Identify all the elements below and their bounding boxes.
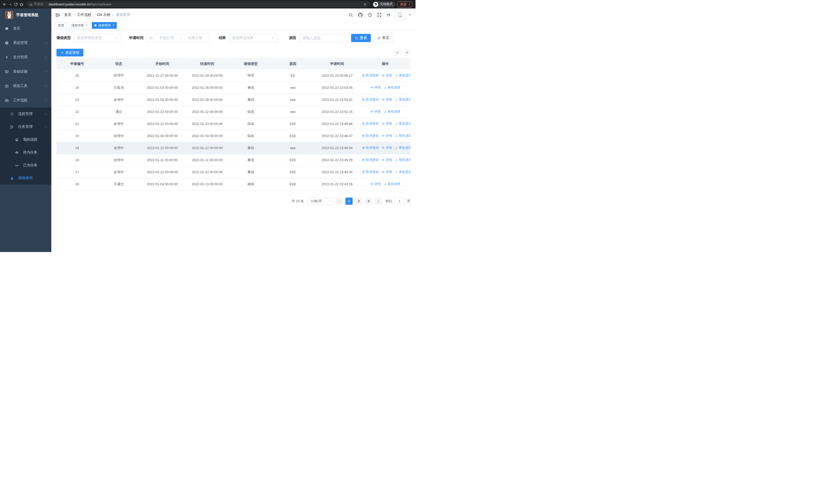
cell-id: 23 <box>56 94 98 106</box>
fullscreen-icon[interactable] <box>377 12 382 17</box>
table-row: 17处理中2022-01-22 00:00:002022-01-22 00:00… <box>56 166 410 178</box>
progress-link[interactable]: 审批进度 <box>384 182 400 186</box>
chevron-down-icon <box>271 36 275 40</box>
help-icon[interactable] <box>368 12 372 17</box>
page-button-2[interactable]: 2 <box>355 198 362 205</box>
sidebar-item-process-mgmt[interactable]: 流程管理 <box>0 108 51 120</box>
sidebar-item-workflow[interactable]: 工作流程 <box>0 93 51 108</box>
detail-link[interactable]: 详情 <box>370 85 381 90</box>
search-button[interactable]: 搜索 <box>351 34 371 42</box>
cell-status: 处理中 <box>98 142 140 154</box>
progress-link[interactable]: 审批进度 <box>395 97 410 102</box>
cell-reason: EEE <box>272 130 314 142</box>
next-page-button[interactable] <box>375 198 382 205</box>
home-icon[interactable] <box>20 2 24 6</box>
security-chip[interactable]: 不安全 <box>29 2 46 6</box>
forward-icon[interactable] <box>8 2 12 6</box>
close-icon[interactable]: × <box>85 24 87 27</box>
refresh-table-button[interactable] <box>404 49 410 56</box>
detail-link[interactable]: 详情 <box>382 158 392 162</box>
cell-actions: 取消请假详情审批进度 <box>360 142 410 154</box>
collapse-sidebar-icon[interactable] <box>55 12 60 18</box>
sidebar-item-leave-query[interactable]: 请假查询 <box>0 172 51 184</box>
tag-home[interactable]: 首页 <box>55 22 67 29</box>
close-icon[interactable]: × <box>112 24 114 27</box>
update-button[interactable]: 更新 <box>397 1 413 7</box>
cancel-link[interactable]: 取消请假 <box>362 122 378 126</box>
search-icon[interactable] <box>348 12 353 17</box>
cell-start: 2022-01-04 00:00:00 <box>140 178 185 190</box>
cancel-link[interactable]: 取消请假 <box>362 170 378 174</box>
tag-process-detail[interactable]: 流程详情 × <box>69 22 90 29</box>
reset-button[interactable]: 重置 <box>373 34 393 42</box>
svg-text:¥: ¥ <box>6 56 8 59</box>
page-size-select[interactable]: 10条/页 <box>308 198 333 205</box>
progress-link[interactable]: 审批进度 <box>395 73 410 78</box>
apply-time-range-picker[interactable]: 开始日期 - 结束日期 <box>147 34 209 42</box>
progress-link[interactable]: 审批进度 <box>384 85 400 90</box>
detail-link[interactable]: 详情 <box>382 146 392 150</box>
reason-input[interactable] <box>299 34 345 42</box>
cell-id: 16 <box>56 178 98 190</box>
progress-link[interactable]: 审批进度 <box>395 134 410 138</box>
goto-page-input[interactable] <box>394 198 405 205</box>
breadcrumb-workflow[interactable]: 工作流程 <box>77 12 91 17</box>
page-button-1[interactable]: 1 <box>345 198 353 205</box>
sidebar-item-my-process[interactable]: 我的流程 <box>0 133 51 146</box>
reload-icon[interactable] <box>14 2 18 6</box>
detail-link[interactable]: 详情 <box>382 122 392 126</box>
toggle-search-button[interactable] <box>394 49 401 56</box>
cancel-link[interactable]: 取消请假 <box>362 73 378 78</box>
sidebar-item-system[interactable]: 系统管理 <box>0 36 51 50</box>
detail-link[interactable]: 详情 <box>382 97 392 102</box>
result-select[interactable]: 请选择流结果 <box>229 34 278 42</box>
logo[interactable]: 芋道管理系统 <box>0 8 51 21</box>
breadcrumb-home[interactable]: 首页 <box>64 12 71 17</box>
sidebar-item-task-mgmt[interactable]: 任务管理 <box>0 120 51 133</box>
angle-left-icon <box>338 200 341 203</box>
progress-link[interactable]: 审批进度 <box>395 122 410 126</box>
detail-link[interactable]: 详情 <box>370 182 381 186</box>
edit-icon <box>395 146 398 149</box>
leave-type-select[interactable]: 请选择请假类型 <box>74 34 121 42</box>
cancel-link[interactable]: 取消请假 <box>362 97 378 102</box>
browser-menu-icon[interactable] <box>408 2 412 6</box>
address-bar[interactable]: 不安全 dashboard.yudao.iocoder.cn/bpm/oa/le… <box>27 1 370 7</box>
detail-link[interactable]: 详情 <box>382 73 392 78</box>
sidebar-item-infra[interactable]: 基础设施 <box>0 64 51 79</box>
bookmark-star-icon[interactable] <box>363 2 367 6</box>
table-toolbar: 发起请假 <box>56 49 410 56</box>
progress-link[interactable]: 审批进度 <box>384 110 400 114</box>
caret-down-icon[interactable] <box>408 13 412 17</box>
cancel-link[interactable]: 取消请假 <box>362 158 378 162</box>
github-icon[interactable] <box>358 12 363 17</box>
tag-leave-query[interactable]: 请假查询 × <box>92 22 117 29</box>
progress-link[interactable]: 审批进度 <box>395 170 410 174</box>
sidebar-item-home[interactable]: 首页 <box>0 21 51 36</box>
detail-link[interactable]: 详情 <box>370 110 381 114</box>
back-icon[interactable] <box>3 2 7 6</box>
cancel-link[interactable]: 取消请假 <box>362 134 378 138</box>
sidebar-item-todo-tasks[interactable]: 待办任务 <box>0 146 51 159</box>
progress-link[interactable]: 审批进度 <box>395 146 410 150</box>
edit-icon <box>384 110 387 113</box>
prev-page-button[interactable] <box>336 198 343 205</box>
sidebar-item-payment[interactable]: ¥ 支付管理 <box>0 50 51 64</box>
detail-link[interactable]: 详情 <box>382 170 392 174</box>
progress-link[interactable]: 审批进度 <box>395 158 410 162</box>
page-button-3[interactable]: 3 <box>365 198 372 205</box>
table-tools <box>394 49 410 56</box>
sidebar-item-done-tasks[interactable]: 已办任务 <box>0 159 51 172</box>
edit-icon <box>384 86 387 89</box>
sidebar-item-devtools[interactable]: 研发工具 <box>0 79 51 93</box>
cancel-link[interactable]: 取消请假 <box>362 146 378 150</box>
cell-status: 已取消 <box>98 82 140 94</box>
avatar[interactable] <box>395 10 405 20</box>
url-path: /bpm/oa/leave <box>91 2 112 6</box>
detail-link[interactable]: 详情 <box>382 134 392 138</box>
search-icon <box>355 36 358 40</box>
font-size-icon[interactable]: TT <box>386 13 390 17</box>
breadcrumb-oa[interactable]: OA 示例 <box>97 12 110 17</box>
create-leave-button[interactable]: 发起请假 <box>56 49 83 56</box>
chevron-up-icon <box>45 99 47 102</box>
